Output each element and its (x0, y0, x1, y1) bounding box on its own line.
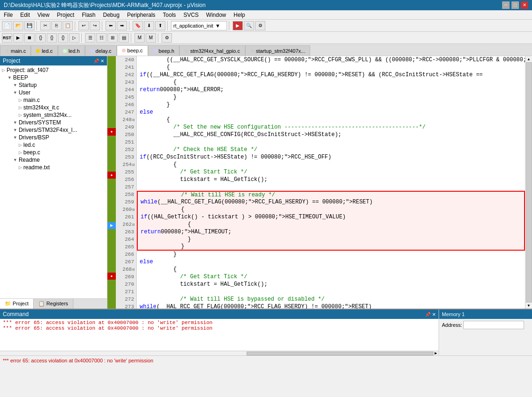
minimize-button[interactable]: ─ (502, 1, 510, 9)
vertical-scrollbar[interactable]: ▲ ▼ (525, 56, 532, 309)
code-line-256[interactable]: tickstart = HAL_GetTick(); (137, 176, 525, 183)
tree-item-9[interactable]: ▼Drivers/BSP (0, 134, 107, 141)
menu-item-peripherals[interactable]: Peripherals (123, 11, 159, 19)
code-line-265[interactable]: } (137, 243, 525, 251)
tree-item-3[interactable]: ▼User (0, 89, 107, 96)
code-line-273[interactable]: while(__HAL_RCC_GET_FLAG(000080;">RCC_FL… (137, 303, 525, 309)
tree-item-4[interactable]: ▷main.c (0, 96, 107, 104)
step-in-button[interactable]: {} (47, 33, 57, 43)
code-line-251[interactable] (137, 138, 525, 146)
mem-btn2[interactable]: M (146, 33, 156, 43)
menu-item-flash[interactable]: Flash (78, 11, 99, 19)
tree-item-1[interactable]: ▼BEEP (0, 74, 107, 81)
menu-item-help[interactable]: Help (230, 11, 249, 19)
run-button[interactable]: ▶ (13, 33, 23, 43)
tree-item-2[interactable]: ▼Startup (0, 81, 107, 89)
build-button[interactable]: ▶ (233, 21, 243, 30)
tree-item-11[interactable]: ▷beep.c (0, 149, 107, 156)
command-close-button[interactable]: ✕ (432, 312, 436, 317)
code-line-254[interactable]: { (137, 161, 525, 168)
view-btn2[interactable]: ☷ (96, 33, 106, 43)
code-container[interactable]: ●●▶● 240 241 242 243 244 245 246 247 248… (107, 56, 525, 309)
menu-item-window[interactable]: Window (202, 11, 230, 19)
cut-button[interactable]: ✂ (40, 21, 50, 30)
function-dropdown[interactable]: rt_application_init ▼ (171, 21, 227, 30)
code-line-255[interactable]: /* Get Start Tick */ (137, 168, 525, 176)
code-line-267[interactable]: else (137, 258, 525, 266)
close-button[interactable]: ✕ (521, 1, 528, 9)
code-line-240[interactable]: ((__HAL_RCC_GET_SYSCLK_SOURCE() == 00008… (137, 56, 525, 64)
code-line-252[interactable]: /* Check the HSE State */ (137, 146, 525, 153)
code-line-263[interactable]: return 000080;">HAL_TIMEOUT; (137, 228, 525, 236)
view-btn1[interactable]: ☰ (85, 33, 95, 43)
code-line-246[interactable]: } (137, 101, 525, 108)
tree-item-6[interactable]: ▷system_stm32f4x... (0, 111, 107, 119)
code-line-257[interactable] (137, 183, 525, 191)
expand-icon[interactable]: ⊟ (132, 208, 135, 212)
maximize-button[interactable]: □ (511, 1, 519, 9)
expand-icon[interactable]: ⊟ (132, 267, 135, 272)
registers-tab[interactable]: 📋 Registers (34, 299, 73, 309)
menu-item-project[interactable]: Project (53, 11, 78, 19)
code-content[interactable]: ((__HAL_RCC_GET_SYSCLK_SOURCE() == 00008… (137, 56, 525, 309)
file-tab-startup_stm32f407x_..[interactable]: startup_stm32f407x... (245, 45, 311, 56)
tree-item-10[interactable]: ▷led.c (0, 141, 107, 149)
forward-button[interactable]: ➡ (117, 21, 127, 30)
code-line-270[interactable]: tickstart = HAL_GetTick(); (137, 281, 525, 288)
code-line-247[interactable]: else (137, 108, 525, 116)
stop-button[interactable]: ⏹ (24, 33, 35, 43)
menu-item-tools[interactable]: Tools (159, 11, 180, 19)
command-pin-button[interactable]: 📌 (425, 312, 431, 317)
tree-item-7[interactable]: ▼Drivers/SYSTEM (0, 119, 107, 126)
save-button[interactable]: 💾 (24, 21, 35, 30)
code-line-250[interactable]: __HAL_RCC_HSE_CONFIG(RCC_OscInitStruct->… (137, 131, 525, 138)
code-line-258[interactable]: /* Wait till HSE is ready */ (137, 191, 525, 198)
code-line-272[interactable]: /* Wait till HSE is bypassed or disabled… (137, 296, 525, 303)
file-tab-main_c[interactable]: main.c (0, 45, 31, 56)
code-line-262[interactable]: { (137, 221, 525, 228)
code-line-243[interactable]: { (137, 79, 525, 86)
open-button[interactable]: 📂 (13, 21, 23, 30)
file-tab-beep_h[interactable]: beep.h (148, 45, 180, 56)
code-line-260[interactable]: { (137, 206, 525, 213)
sidebar-close-button[interactable]: ✕ (100, 58, 104, 64)
menu-item-debug[interactable]: Debug (99, 11, 123, 19)
back-button[interactable]: ⬅ (106, 21, 116, 30)
code-line-266[interactable]: } (137, 251, 525, 258)
code-line-264[interactable]: } (137, 236, 525, 243)
expand-icon[interactable]: ⊟ (132, 163, 135, 167)
debug-button[interactable]: 🔍 (244, 21, 254, 30)
tree-item-8[interactable]: ▼Drivers/STM32F4xx_l... (0, 126, 107, 134)
step-button[interactable]: {} (35, 33, 46, 43)
next-button[interactable]: ▷ (69, 33, 79, 43)
undo-button[interactable]: ↩ (78, 21, 89, 30)
code-line-268[interactable]: { (137, 266, 525, 273)
code-line-248[interactable]: { (137, 116, 525, 123)
expand-icon[interactable]: ⊟ (132, 118, 135, 122)
redo-button[interactable]: ↪ (90, 21, 100, 30)
bookmark-next-button[interactable]: ⬇ (144, 21, 154, 30)
file-tab-led_c[interactable]: led.c (31, 45, 57, 56)
code-line-269[interactable]: /* Get Start Tick */ (137, 273, 525, 281)
view-btn4[interactable]: ▤ (119, 33, 129, 43)
rst-button[interactable]: RST (2, 33, 12, 43)
code-line-271[interactable] (137, 288, 525, 296)
address-input[interactable] (463, 321, 524, 329)
code-line-249[interactable]: /* Set the new HSE configuration -------… (137, 123, 525, 131)
copy-button[interactable]: ⎘ (51, 21, 62, 30)
code-line-244[interactable]: return 000080;">HAL_ERROR; (137, 86, 525, 94)
code-line-241[interactable]: { (137, 64, 525, 71)
extra-btn1[interactable]: ⚙ (162, 33, 172, 43)
command-scrollbar[interactable]: ▶ (0, 351, 439, 355)
menu-item-svcs[interactable]: SVCS (180, 11, 203, 19)
paste-button[interactable]: 📋 (63, 21, 73, 30)
code-line-253[interactable]: if((RCC_OscInitStruct->HSEState) != 0000… (137, 153, 525, 161)
file-tab-led_h[interactable]: led.h (58, 45, 85, 56)
tree-item-5[interactable]: ▷stm32f4xx_it.c (0, 104, 107, 111)
file-tab-delay_c[interactable]: delay.c (85, 45, 117, 56)
step-out-button[interactable]: {} (58, 33, 68, 43)
view-btn3[interactable]: ⊞ (107, 33, 118, 43)
code-line-242[interactable]: if((__HAL_RCC_GET_FLAG(000080;">RCC_FLAG… (137, 71, 525, 79)
file-tab-stm32f4xx_hal_gpio_c[interactable]: stm32f4xx_hal_gpio.c (179, 45, 245, 56)
code-line-245[interactable]: } (137, 94, 525, 101)
